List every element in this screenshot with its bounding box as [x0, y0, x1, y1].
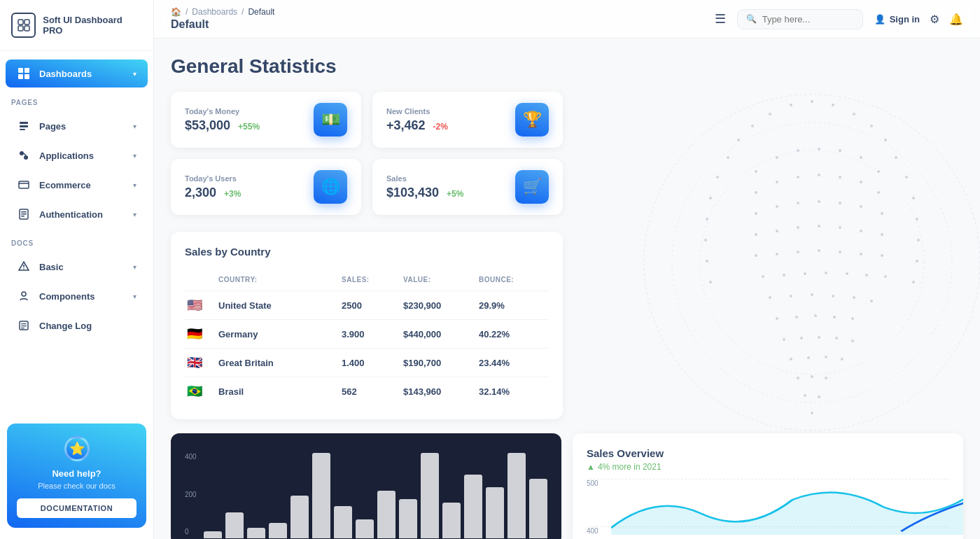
sidebar-item-label: Authentication [39, 209, 103, 220]
bounce-val: 40.22% [479, 329, 549, 340]
signin-button[interactable]: 👤 Sign in [874, 14, 920, 24]
svg-point-89 [846, 272, 848, 275]
svg-point-106 [835, 337, 838, 340]
bar-y-label-200: 200 [185, 491, 197, 498]
svg-point-18 [23, 268, 24, 270]
col-header-bounce: Bounce: [479, 276, 549, 284]
sidebar-item-applications[interactable]: Applications ▾ [6, 141, 148, 169]
svg-rect-16 [21, 214, 27, 215]
bar-item [312, 453, 330, 538]
svg-rect-0 [18, 20, 23, 24]
svg-point-64 [755, 212, 757, 215]
authentication-icon [17, 207, 31, 221]
ecommerce-icon [17, 178, 31, 192]
search-input[interactable] [762, 14, 853, 24]
svg-point-77 [881, 233, 883, 236]
stat-value: +3,462 -2% [386, 118, 448, 133]
breadcrumb-active: Default [248, 7, 274, 17]
sidebar-item-authentication[interactable]: Authentication ▾ [6, 200, 148, 228]
stat-value: $53,000 +55% [185, 118, 260, 133]
bar-item [204, 531, 222, 538]
value-val: $143,960 [403, 386, 473, 397]
overview-chart: 500 400 [587, 479, 949, 535]
svg-point-92 [769, 296, 771, 299]
svg-point-37 [905, 176, 908, 178]
svg-rect-10 [20, 129, 25, 130]
svg-point-107 [851, 340, 854, 342]
breadcrumb-current: Default [171, 18, 274, 31]
changelog-icon [17, 318, 31, 332]
svg-point-34 [751, 125, 754, 127]
svg-point-70 [881, 212, 883, 215]
svg-point-63 [877, 191, 880, 194]
svg-point-35 [737, 139, 740, 141]
breadcrumb: 🏠 / Dashboards / Default Default [171, 7, 274, 31]
bar-item [421, 453, 439, 538]
bar-chart-bars [204, 453, 547, 538]
stat-label: Today's Users [185, 174, 241, 183]
sidebar-item-pages[interactable]: Pages ▾ [6, 112, 148, 140]
svg-point-85 [762, 275, 764, 278]
svg-point-54 [839, 149, 841, 152]
page-title: General Statistics [171, 55, 963, 78]
svg-point-36 [895, 156, 897, 159]
signin-label: Sign in [890, 14, 920, 24]
bar-y-label-0: 0 [185, 528, 197, 536]
svg-point-53 [818, 148, 820, 150]
header-actions: 👤 Sign in ⚙ 🔔 [874, 13, 963, 26]
sales-val: 1.400 [342, 358, 398, 368]
breadcrumb-parent: Dashboards [192, 7, 237, 17]
svg-point-117 [811, 412, 813, 414]
svg-point-28 [832, 104, 834, 106]
svg-point-76 [860, 230, 862, 232]
y-label-500: 500 [587, 479, 608, 487]
svg-point-40 [716, 176, 719, 178]
svg-point-48 [706, 260, 708, 262]
stat-change: +3% [224, 189, 241, 199]
svg-point-24 [644, 94, 980, 430]
sidebar-item-ecommerce[interactable]: Ecommerce ▾ [6, 171, 148, 199]
bar-item [225, 512, 244, 538]
overview-title: Sales Overview [587, 447, 949, 459]
table-title: Sales by Country [185, 246, 549, 258]
bar-item [486, 487, 504, 538]
svg-point-32 [790, 104, 792, 106]
hamburger-button[interactable]: ☰ [715, 11, 726, 27]
home-icon: 🏠 [171, 7, 181, 17]
stat-change: -2% [433, 122, 448, 132]
components-icon [17, 289, 31, 303]
svg-point-86 [783, 274, 785, 276]
svg-point-33 [769, 113, 771, 115]
bounce-val: 29.9% [479, 300, 549, 311]
svg-point-81 [818, 249, 820, 252]
svg-point-67 [818, 200, 820, 203]
svg-point-97 [870, 300, 873, 302]
stat-label: Today's Money [185, 107, 260, 115]
svg-point-100 [814, 314, 817, 317]
svg-point-71 [755, 233, 757, 236]
svg-point-87 [804, 272, 806, 275]
sidebar-item-label: Change Log [39, 321, 92, 331]
value-val: $230,900 [403, 300, 473, 311]
settings-icon[interactable]: ⚙ [930, 13, 939, 26]
sidebar-item-components[interactable]: Components ▾ [6, 282, 148, 310]
bar-item [442, 503, 461, 538]
sidebar-item-changelog[interactable]: Change Log [6, 312, 148, 340]
svg-rect-13 [19, 181, 29, 188]
sidebar-item-dashboards[interactable]: Dashboards ▾ [6, 59, 148, 88]
dashboards-icon [17, 66, 31, 80]
table-row: 🇬🇧 Great Britain 1.400 $190,700 23.44% [185, 349, 549, 377]
bar-item [247, 528, 265, 538]
search-box[interactable]: 🔍 [737, 9, 863, 29]
svg-point-115 [804, 394, 806, 397]
stat-label: Sales [386, 174, 463, 183]
table-row: 🇺🇸 United State 2500 $230,900 29.9% [185, 291, 549, 320]
svg-point-61 [839, 176, 841, 178]
notification-icon[interactable]: 🔔 [949, 13, 963, 26]
breadcrumb-sep: / [186, 7, 188, 17]
documentation-button[interactable]: DOCUMENTATION [17, 498, 136, 518]
stat-value: 2,300 +3% [185, 186, 241, 200]
svg-point-27 [811, 100, 813, 103]
sidebar-item-basic[interactable]: Basic ▾ [6, 253, 148, 281]
svg-point-83 [860, 253, 862, 255]
